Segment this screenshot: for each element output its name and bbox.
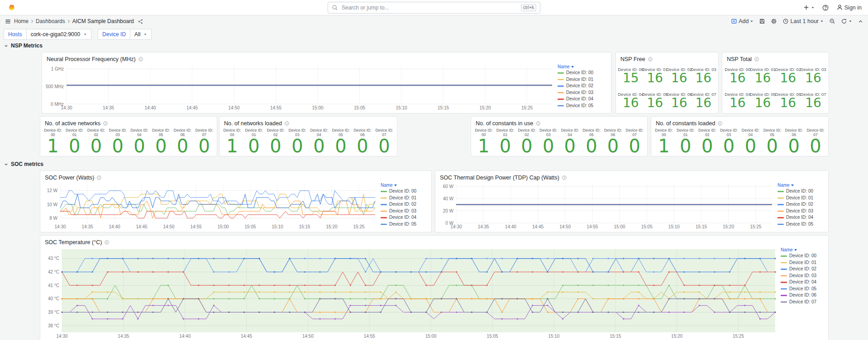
series-color-swatch [781, 262, 787, 264]
info-icon[interactable] [754, 57, 759, 62]
panel-title[interactable]: No. of constants loaded [656, 120, 715, 127]
collapse-topbar-button[interactable] [858, 19, 863, 24]
breadcrumb-dashboards[interactable]: Dashboards [36, 18, 65, 24]
variable-device-id-select[interactable]: All [130, 29, 152, 40]
legend-item[interactable]: Device ID: 02 [781, 266, 825, 273]
legend-sort-header[interactable]: Name [781, 247, 825, 252]
legend-item[interactable]: Device ID: 04 [777, 214, 825, 221]
legend-sort-label: Name [381, 183, 393, 188]
legend-item[interactable]: Device ID: 05 [781, 286, 825, 293]
row-header-nsp-metrics[interactable]: NSP Metrics [4, 42, 43, 49]
add-panel-button[interactable]: Add [731, 18, 754, 24]
refresh-button[interactable] [841, 18, 852, 24]
panel-title[interactable]: SOC Thermal Design Power (TDP) Cap (Watt… [440, 175, 559, 181]
legend-item[interactable]: Device ID: 00 [381, 188, 429, 195]
info-icon[interactable] [138, 57, 143, 62]
legend-item[interactable]: Device ID: 04 [558, 96, 608, 103]
info-icon[interactable] [96, 175, 102, 180]
frequency-time-series-plot[interactable]: 14:3014:3514:4014:4514:5014:5515:0015:05… [44, 63, 556, 111]
soc-temperature-time-series-plot[interactable]: 14:3014:3514:4014:4514:5014:5515:0015:05… [42, 246, 779, 340]
svg-text:14:50: 14:50 [163, 224, 174, 229]
series-name: Device ID: 05 [786, 221, 813, 228]
stat-value: 0 [500, 137, 511, 156]
breadcrumb-home[interactable]: Home [14, 18, 29, 24]
legend-item[interactable]: Device ID: 02 [381, 201, 429, 208]
time-range-picker[interactable]: Last 1 hour [782, 18, 824, 24]
svg-text:39 °C: 39 °C [48, 310, 59, 315]
search-bar[interactable]: ctrl+k [328, 2, 540, 14]
legend-item[interactable]: Device ID: 04 [781, 279, 825, 286]
sign-in-link[interactable]: Sign in [836, 4, 862, 11]
row-header-soc-metrics[interactable]: SOC metrics [4, 161, 43, 167]
info-icon[interactable] [717, 121, 723, 126]
legend-item[interactable]: Device ID: 07 [781, 299, 825, 306]
dashboard-settings-button[interactable] [771, 18, 777, 24]
series-color-swatch [781, 269, 787, 270]
legend-sort-header[interactable]: Name [777, 183, 825, 188]
legend-item[interactable]: Device ID: 06 [781, 292, 825, 299]
stat: Device ID: 0015 [619, 63, 643, 88]
info-icon[interactable] [535, 121, 541, 126]
svg-text:20 W: 20 W [443, 208, 454, 213]
zoom-out-button[interactable] [829, 18, 835, 24]
legend-item[interactable]: Device ID: 03 [777, 208, 825, 215]
info-icon[interactable] [648, 57, 653, 62]
legend-sort-header[interactable]: Name [381, 183, 429, 188]
legend-item[interactable]: Device ID: 02 [558, 83, 608, 90]
info-icon[interactable] [284, 121, 290, 126]
legend-item[interactable]: Device ID: 00 [558, 70, 608, 76]
stat: Device ID: 010 [243, 128, 265, 156]
stat-value: 16 [805, 72, 821, 85]
legend-item[interactable]: Device ID: 05 [381, 221, 429, 228]
soc-power-time-series-plot[interactable]: 14:3014:3514:4014:4514:5014:5515:0015:05… [42, 182, 379, 230]
help-button[interactable] [822, 4, 829, 11]
new-menu-button[interactable] [803, 4, 815, 11]
panel-title[interactable]: NSP Total [727, 56, 752, 62]
panel-title[interactable]: Neural Processor Frequency (MHz) [47, 56, 136, 62]
svg-text:14:55: 14:55 [587, 224, 598, 229]
add-label: Add [739, 18, 749, 24]
panel-title[interactable]: SOC Power (Watts) [45, 175, 94, 181]
legend-item[interactable]: Device ID: 05 [777, 221, 825, 228]
panel-title[interactable]: No. of active networks [45, 120, 100, 127]
legend-item[interactable]: Device ID: 00 [781, 253, 825, 260]
panel-title[interactable]: No. of constants in use [476, 120, 533, 127]
clock-icon [782, 18, 789, 24]
svg-text:1 GHz: 1 GHz [51, 66, 64, 71]
legend-item[interactable]: Device ID: 02 [777, 201, 825, 208]
save-dashboard-button[interactable] [759, 18, 765, 24]
stat: Device ID: 0116 [643, 63, 668, 88]
menu-toggle-button[interactable] [5, 18, 11, 25]
info-icon[interactable] [562, 175, 567, 180]
info-icon[interactable] [104, 240, 110, 245]
legend-sort-header[interactable]: Name [558, 64, 608, 69]
info-icon[interactable] [103, 121, 108, 126]
stat: Device ID: 001 [653, 128, 675, 156]
series-name: Device ID: 03 [789, 273, 816, 279]
grafana-logo-icon[interactable] [6, 3, 15, 12]
search-input[interactable] [341, 4, 518, 11]
legend-item[interactable]: Device ID: 03 [781, 273, 825, 279]
legend-item[interactable]: Device ID: 00 [777, 188, 825, 195]
legend-item[interactable]: Device ID: 01 [381, 195, 429, 202]
panel-title[interactable]: No. of networks loaded [224, 120, 282, 127]
soc-tdp-time-series-plot[interactable]: 14:3014:3514:4014:4514:5014:5515:0015:05… [437, 182, 776, 230]
legend-item[interactable]: Device ID: 05 [558, 103, 608, 109]
legend-item[interactable]: Device ID: 01 [781, 260, 825, 266]
legend-item[interactable]: Device ID: 01 [777, 195, 825, 202]
legend-item[interactable]: Device ID: 03 [558, 90, 608, 96]
series-name: Device ID: 04 [566, 96, 593, 103]
panel-title[interactable]: SOC Temperature (°C) [45, 239, 102, 246]
share-dashboard-button[interactable] [138, 19, 143, 24]
legend-item[interactable]: Device ID: 01 [558, 76, 608, 83]
series-name: Device ID: 02 [389, 201, 416, 208]
panel-title[interactable]: NSP Free [620, 56, 645, 62]
variable-hosts-select[interactable]: cork-ce-giga02:9000 [26, 29, 91, 40]
caret-down-icon [849, 19, 852, 23]
svg-text:14:40: 14:40 [144, 105, 156, 110]
stat: Device ID: 070 [373, 128, 395, 156]
legend-item[interactable]: Device ID: 03 [381, 208, 429, 215]
series-color-swatch [777, 191, 784, 192]
stat: Device ID: 050 [330, 128, 352, 156]
legend-item[interactable]: Device ID: 04 [381, 214, 429, 221]
